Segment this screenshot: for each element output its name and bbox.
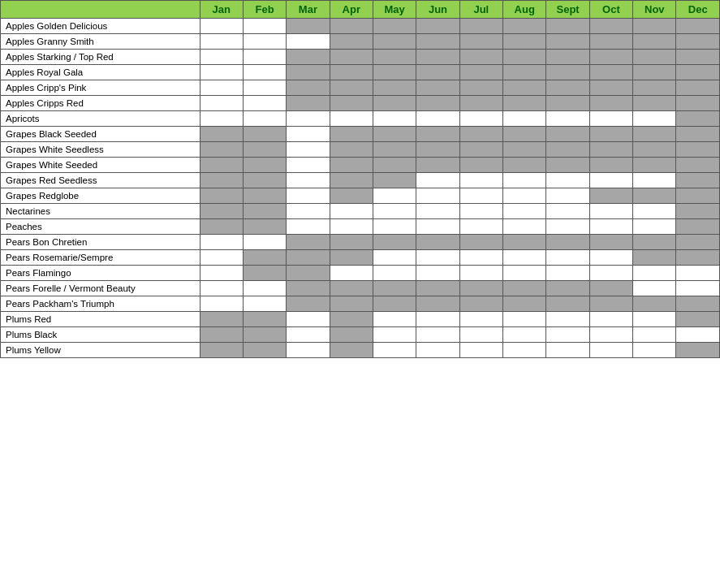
availability-empty-cell — [243, 235, 286, 250]
availability-empty-cell — [633, 173, 676, 188]
availability-empty-cell — [589, 204, 632, 219]
table-row: Apricots — [1, 111, 720, 127]
availability-filled-cell — [200, 188, 243, 204]
availability-filled-cell — [589, 235, 632, 250]
availability-filled-cell — [546, 235, 589, 250]
col-header-month-nov: Nov — [633, 1, 676, 19]
availability-empty-cell — [633, 266, 676, 281]
availability-filled-cell — [287, 96, 330, 111]
availability-filled-cell — [330, 65, 373, 80]
availability-filled-cell — [633, 65, 676, 80]
fruit-name-cell: Apricots — [1, 111, 200, 127]
availability-empty-cell — [676, 281, 720, 296]
availability-filled-cell — [416, 80, 459, 96]
availability-filled-cell — [676, 50, 720, 65]
availability-filled-cell — [676, 111, 720, 127]
availability-filled-cell — [589, 50, 632, 65]
col-header-month-jun: Jun — [416, 1, 459, 19]
availability-filled-cell — [330, 312, 373, 327]
availability-filled-cell — [287, 235, 330, 250]
availability-filled-cell — [200, 142, 243, 158]
availability-filled-cell — [676, 312, 720, 327]
availability-filled-cell — [503, 96, 546, 111]
availability-empty-cell — [200, 281, 243, 296]
availability-filled-cell — [589, 96, 632, 111]
availability-filled-cell — [330, 158, 373, 173]
availability-empty-cell — [589, 250, 632, 266]
availability-filled-cell — [373, 158, 416, 173]
table-row: Plums Yellow — [1, 343, 720, 358]
availability-filled-cell — [459, 235, 502, 250]
availability-filled-cell — [589, 127, 632, 142]
availability-filled-cell — [589, 19, 632, 34]
availability-empty-cell — [287, 327, 330, 343]
availability-empty-cell — [243, 281, 286, 296]
availability-empty-cell — [503, 204, 546, 219]
availability-empty-cell — [459, 266, 502, 281]
availability-filled-cell — [416, 158, 459, 173]
fruit-name-cell: Pears Flamingo — [1, 266, 200, 281]
availability-filled-cell — [589, 65, 632, 80]
col-header-month-oct: Oct — [589, 1, 632, 19]
availability-filled-cell — [546, 281, 589, 296]
availability-empty-cell — [459, 204, 502, 219]
table-row: Apples Golden Delicious — [1, 19, 720, 34]
availability-filled-cell — [200, 173, 243, 188]
availability-filled-cell — [243, 250, 286, 266]
availability-filled-cell — [330, 50, 373, 65]
availability-empty-cell — [503, 188, 546, 204]
availability-empty-cell — [589, 266, 632, 281]
availability-filled-cell — [676, 343, 720, 358]
availability-filled-cell — [416, 142, 459, 158]
availability-empty-cell — [287, 204, 330, 219]
availability-empty-cell — [373, 327, 416, 343]
availability-filled-cell — [503, 34, 546, 50]
fruit-name-cell: Grapes Black Seeded — [1, 127, 200, 142]
availability-empty-cell — [243, 34, 286, 50]
availability-empty-cell — [287, 127, 330, 142]
availability-filled-cell — [676, 250, 720, 266]
availability-filled-cell — [243, 312, 286, 327]
availability-filled-cell — [373, 65, 416, 80]
availability-empty-cell — [416, 312, 459, 327]
availability-empty-cell — [373, 111, 416, 127]
availability-filled-cell — [546, 19, 589, 34]
availability-filled-cell — [546, 96, 589, 111]
availability-empty-cell — [330, 204, 373, 219]
col-header-month-jan: Jan — [200, 1, 243, 19]
table-row: Apples Granny Smith — [1, 34, 720, 50]
availability-empty-cell — [287, 188, 330, 204]
availability-filled-cell — [243, 158, 286, 173]
availability-empty-cell — [200, 250, 243, 266]
availability-filled-cell — [416, 50, 459, 65]
availability-empty-cell — [589, 343, 632, 358]
availability-filled-cell — [243, 173, 286, 188]
availability-empty-cell — [287, 173, 330, 188]
availability-empty-cell — [373, 188, 416, 204]
availability-empty-cell — [200, 96, 243, 111]
availability-filled-cell — [546, 296, 589, 312]
availability-empty-cell — [459, 219, 502, 235]
availability-filled-cell — [459, 142, 502, 158]
availability-filled-cell — [676, 127, 720, 142]
col-header-month-sept: Sept — [546, 1, 589, 19]
availability-filled-cell — [676, 188, 720, 204]
availability-empty-cell — [243, 111, 286, 127]
fruit-name-cell: Plums Red — [1, 312, 200, 327]
availability-filled-cell — [287, 19, 330, 34]
availability-filled-cell — [330, 235, 373, 250]
fruit-name-cell: Apples Royal Gala — [1, 65, 200, 80]
availability-filled-cell — [546, 80, 589, 96]
availability-empty-cell — [416, 266, 459, 281]
availability-empty-cell — [200, 80, 243, 96]
availability-empty-cell — [633, 343, 676, 358]
availability-empty-cell — [373, 312, 416, 327]
availability-filled-cell — [546, 158, 589, 173]
availability-empty-cell — [416, 250, 459, 266]
availability-filled-cell — [676, 96, 720, 111]
availability-filled-cell — [330, 327, 373, 343]
availability-empty-cell — [546, 219, 589, 235]
availability-filled-cell — [459, 127, 502, 142]
table-row: Pears Flamingo — [1, 266, 720, 281]
availability-empty-cell — [546, 312, 589, 327]
